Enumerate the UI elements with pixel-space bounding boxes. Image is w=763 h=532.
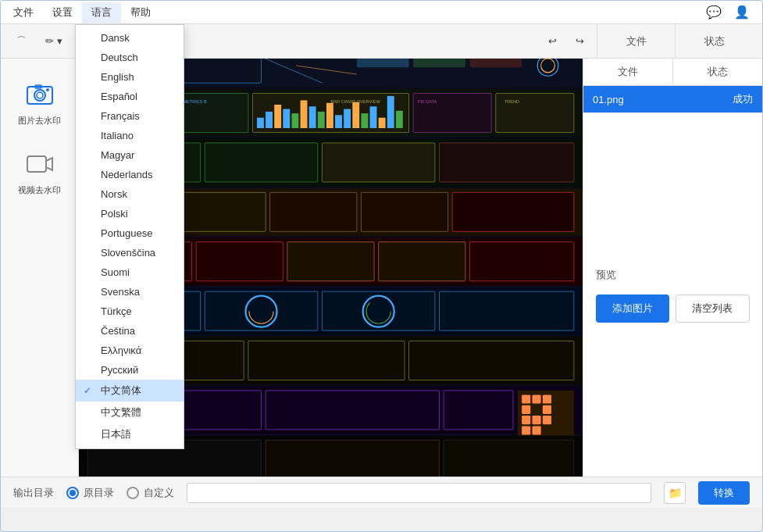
chat-icon[interactable]: 💬 [703,3,725,21]
svg-rect-104 [533,416,541,424]
svg-rect-53 [270,192,357,231]
svg-rect-44 [440,143,574,182]
convert-button[interactable]: 转换 [698,481,750,505]
folder-icon: 📁 [669,487,682,499]
lang-deutsch[interactable]: Deutsch [76,48,184,67]
svg-text:METRICS B: METRICS B [183,99,207,104]
svg-rect-55 [452,192,574,231]
dropdown-arrow-icon: ▾ [57,35,62,47]
lang-italiano[interactable]: Italiano [76,126,184,145]
file-list-header: 文件 状态 [583,59,762,86]
svg-text:BAR CHART OVERVIEW: BAR CHART OVERVIEW [330,99,380,104]
output-path-input[interactable] [187,483,651,503]
svg-rect-74 [196,242,283,281]
svg-rect-33 [361,113,368,128]
lang-svenska[interactable]: Svenska [76,282,184,302]
svg-rect-32 [352,102,359,128]
browse-folder-button[interactable]: 📁 [664,482,686,504]
menu-file[interactable]: 文件 [4,2,43,23]
svg-rect-35 [379,118,386,128]
check-icon: ✓ [84,385,91,396]
svg-rect-37 [396,111,403,128]
lang-chinese-simplified[interactable]: ✓ 中文简体 [76,380,184,402]
menu-help[interactable]: 帮助 [121,2,160,23]
draw-curve-button[interactable]: ⌒ [10,31,33,52]
svg-rect-95 [266,391,439,430]
preview-label: 预览 [596,268,616,282]
clear-list-button[interactable]: 清空列表 [676,295,751,323]
lang-suomi[interactable]: Suomi [76,262,184,282]
svg-rect-30 [335,115,342,128]
lang-polski[interactable]: Polski [76,204,184,223]
lang-chinese-traditional[interactable]: 中文繁體 [76,402,184,423]
svg-rect-98 [522,395,530,403]
lang-espanol[interactable]: Español [76,87,184,106]
svg-rect-22 [266,112,273,128]
lang-english[interactable]: English [76,67,184,87]
status-section-label: 状态 [675,24,753,59]
svg-rect-25 [291,113,298,128]
svg-rect-92 [409,341,574,380]
file-section-label: 文件 [597,24,675,59]
svg-text:TREND: TREND [505,99,519,104]
language-dropdown: Dansk Deutsch English Español Français I… [75,24,184,449]
lang-dansk[interactable]: Dansk [76,28,184,48]
lang-japanese[interactable]: 日本語 [76,423,184,445]
sidebar: 图片去水印 视频去水印 [1,59,79,477]
lang-russkiy[interactable]: Русский [76,360,184,380]
preview-buttons: 添加图片 清空列表 [596,295,750,323]
menu-bar: 文件 设置 语言 帮助 💬 👤 Dansk Deutsch English Es… [1,1,762,24]
svg-rect-99 [533,395,541,403]
file-status: 成功 [723,86,762,112]
svg-rect-105 [543,416,551,424]
svg-rect-80 [205,291,318,330]
video-icon [24,148,55,180]
svg-rect-12 [357,59,409,67]
image-watermark-label: 图片去水印 [18,115,61,127]
lang-cestina[interactable]: Čeština [76,321,184,341]
file-name: 01.png [583,87,723,112]
svg-point-4 [46,88,49,91]
radio-custom[interactable] [127,487,139,499]
lang-norsk[interactable]: Norsk [76,184,184,204]
sidebar-item-video-watermark[interactable]: 视频去水印 [7,141,73,204]
svg-rect-43 [322,143,435,182]
svg-rect-91 [248,341,405,380]
undo-button[interactable]: ↩ [542,32,563,50]
svg-rect-24 [283,109,290,128]
svg-rect-23 [274,105,281,128]
lang-turkce[interactable]: Türkçe [76,302,184,321]
svg-rect-96 [444,391,513,430]
svg-point-1 [34,90,45,101]
radio-custom-group[interactable]: 自定义 [127,486,174,500]
menu-language[interactable]: 语言 [82,2,121,23]
video-watermark-label: 视频去水印 [18,184,61,196]
svg-rect-31 [344,109,351,128]
user-icon[interactable]: 👤 [731,3,753,21]
sidebar-item-image-watermark[interactable]: 图片去水印 [7,71,73,134]
lang-nederlands[interactable]: Nederlands [76,165,184,184]
file-list-item[interactable]: 01.png 成功 [583,86,762,113]
add-image-button[interactable]: 添加图片 [596,295,669,323]
svg-rect-77 [469,242,573,281]
menu-settings[interactable]: 设置 [43,2,82,23]
svg-rect-21 [257,118,264,128]
redo-button[interactable]: ↪ [569,32,590,50]
file-col-header: 文件 [583,59,673,85]
svg-rect-102 [543,405,551,414]
curve-icon: ⌒ [16,34,27,48]
edit-button[interactable]: ✏ ▾ [39,32,69,50]
svg-rect-106 [533,426,541,434]
radio-original-group[interactable]: 原目录 [66,486,114,500]
lang-ellinika[interactable]: Ελληνικά [76,341,184,360]
lang-magyar[interactable]: Magyar [76,145,184,165]
lang-slovenscina[interactable]: Slovenščina [76,243,184,262]
lang-portuguese[interactable]: Portuguese [76,223,184,243]
svg-rect-26 [301,100,308,128]
radio-original[interactable] [66,487,79,499]
svg-rect-14 [469,59,522,67]
svg-rect-81 [322,291,435,330]
lang-francais[interactable]: Français [76,106,184,126]
svg-point-2 [37,92,43,98]
svg-rect-28 [318,112,325,128]
